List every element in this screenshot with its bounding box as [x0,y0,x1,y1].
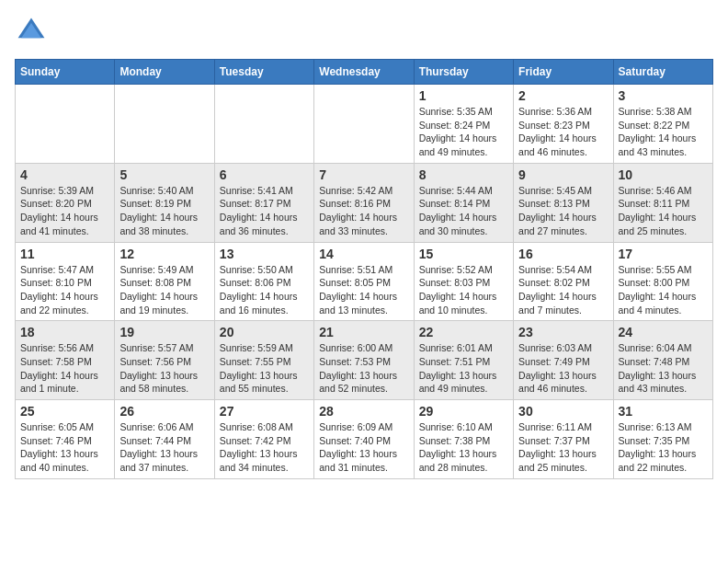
day-info: Sunrise: 5:39 AM Sunset: 8:20 PM Dayligh… [20,184,109,238]
day-info: Sunrise: 5:57 AM Sunset: 7:56 PM Dayligh… [119,341,209,396]
day-number: 10 [619,167,708,182]
day-info: Sunrise: 6:06 AM Sunset: 7:44 PM Dayligh… [119,420,209,475]
calendar-day-cell: 6Sunrise: 5:41 AM Sunset: 8:17 PM Daylig… [214,163,313,242]
day-number: 22 [419,325,508,339]
calendar-day-cell: 18Sunrise: 5:56 AM Sunset: 7:58 PM Dayli… [16,321,115,400]
calendar-day-cell: 22Sunrise: 6:01 AM Sunset: 7:51 PM Dayli… [414,321,513,400]
logo [15,15,51,48]
day-info: Sunrise: 6:01 AM Sunset: 7:51 PM Dayligh… [419,341,508,396]
logo-icon [15,15,48,48]
day-info: Sunrise: 5:41 AM Sunset: 8:17 PM Dayligh… [220,184,309,238]
day-number: 15 [419,247,508,261]
day-number: 25 [20,404,109,419]
calendar-week-row: 18Sunrise: 5:56 AM Sunset: 7:58 PM Dayli… [16,321,713,400]
day-info: Sunrise: 5:47 AM Sunset: 8:10 PM Dayligh… [20,263,109,317]
day-info: Sunrise: 5:45 AM Sunset: 8:13 PM Dayligh… [518,184,608,238]
day-number: 8 [419,167,508,182]
calendar-day-cell: 16Sunrise: 5:54 AM Sunset: 8:02 PM Dayli… [514,242,613,321]
calendar-day-cell [16,85,115,164]
calendar-day-cell: 23Sunrise: 6:03 AM Sunset: 7:49 PM Dayli… [514,321,613,400]
day-info: Sunrise: 5:46 AM Sunset: 8:11 PM Dayligh… [619,184,708,238]
calendar-day-cell [214,85,313,164]
day-number: 2 [518,88,608,103]
calendar-week-row: 1Sunrise: 5:35 AM Sunset: 8:24 PM Daylig… [16,85,713,164]
day-info: Sunrise: 6:00 AM Sunset: 7:53 PM Dayligh… [319,341,408,396]
day-number: 23 [518,325,608,339]
calendar-day-cell: 5Sunrise: 5:40 AM Sunset: 8:19 PM Daylig… [115,163,214,242]
calendar-header-row: SundayMondayTuesdayWednesdayThursdayFrid… [16,60,713,85]
day-info: Sunrise: 5:54 AM Sunset: 8:02 PM Dayligh… [518,263,608,317]
calendar-week-row: 25Sunrise: 6:05 AM Sunset: 7:46 PM Dayli… [16,400,713,479]
calendar-day-cell: 17Sunrise: 5:55 AM Sunset: 8:00 PM Dayli… [613,242,712,321]
day-info: Sunrise: 6:08 AM Sunset: 7:42 PM Dayligh… [220,420,309,475]
calendar-day-cell: 7Sunrise: 5:42 AM Sunset: 8:16 PM Daylig… [314,163,414,242]
calendar-day-cell: 9Sunrise: 5:45 AM Sunset: 8:13 PM Daylig… [514,163,613,242]
day-info: Sunrise: 5:38 AM Sunset: 8:22 PM Dayligh… [619,105,708,159]
calendar-day-cell: 4Sunrise: 5:39 AM Sunset: 8:20 PM Daylig… [16,163,115,242]
page-header [15,15,713,48]
day-number: 4 [20,167,109,182]
calendar-header-saturday: Saturday [613,60,712,85]
calendar-day-cell: 29Sunrise: 6:10 AM Sunset: 7:38 PM Dayli… [414,400,513,479]
day-info: Sunrise: 5:49 AM Sunset: 8:08 PM Dayligh… [119,263,209,317]
day-info: Sunrise: 6:03 AM Sunset: 7:49 PM Dayligh… [518,341,608,396]
calendar-header-tuesday: Tuesday [214,60,313,85]
day-number: 26 [119,404,209,419]
calendar-table: SundayMondayTuesdayWednesdayThursdayFrid… [15,59,713,479]
day-number: 20 [220,325,309,339]
calendar-day-cell: 24Sunrise: 6:04 AM Sunset: 7:48 PM Dayli… [613,321,712,400]
calendar-header-monday: Monday [115,60,214,85]
calendar-week-row: 4Sunrise: 5:39 AM Sunset: 8:20 PM Daylig… [16,163,713,242]
day-number: 14 [319,247,408,261]
day-number: 17 [619,247,708,261]
calendar-day-cell: 31Sunrise: 6:13 AM Sunset: 7:35 PM Dayli… [613,400,712,479]
calendar-day-cell: 21Sunrise: 6:00 AM Sunset: 7:53 PM Dayli… [314,321,414,400]
day-info: Sunrise: 5:52 AM Sunset: 8:03 PM Dayligh… [419,263,508,317]
calendar-header-friday: Friday [514,60,613,85]
calendar-header-wednesday: Wednesday [314,60,414,85]
calendar-day-cell: 11Sunrise: 5:47 AM Sunset: 8:10 PM Dayli… [16,242,115,321]
calendar-header-sunday: Sunday [16,60,115,85]
calendar-day-cell: 3Sunrise: 5:38 AM Sunset: 8:22 PM Daylig… [613,85,712,164]
day-info: Sunrise: 6:05 AM Sunset: 7:46 PM Dayligh… [20,420,109,475]
day-number: 24 [619,325,708,339]
day-info: Sunrise: 5:50 AM Sunset: 8:06 PM Dayligh… [220,263,309,317]
day-number: 5 [119,167,209,182]
calendar-header-thursday: Thursday [414,60,513,85]
day-info: Sunrise: 5:56 AM Sunset: 7:58 PM Dayligh… [20,341,109,396]
day-info: Sunrise: 5:42 AM Sunset: 8:16 PM Dayligh… [319,184,408,238]
day-info: Sunrise: 6:13 AM Sunset: 7:35 PM Dayligh… [619,420,708,475]
day-info: Sunrise: 6:09 AM Sunset: 7:40 PM Dayligh… [319,420,408,475]
calendar-day-cell: 8Sunrise: 5:44 AM Sunset: 8:14 PM Daylig… [414,163,513,242]
calendar-week-row: 11Sunrise: 5:47 AM Sunset: 8:10 PM Dayli… [16,242,713,321]
calendar-day-cell: 26Sunrise: 6:06 AM Sunset: 7:44 PM Dayli… [115,400,214,479]
day-number: 30 [518,404,608,419]
day-number: 31 [619,404,708,419]
day-info: Sunrise: 6:10 AM Sunset: 7:38 PM Dayligh… [419,420,508,475]
day-number: 6 [220,167,309,182]
calendar-day-cell [115,85,214,164]
calendar-day-cell: 27Sunrise: 6:08 AM Sunset: 7:42 PM Dayli… [214,400,313,479]
calendar-day-cell: 10Sunrise: 5:46 AM Sunset: 8:11 PM Dayli… [613,163,712,242]
calendar-day-cell: 12Sunrise: 5:49 AM Sunset: 8:08 PM Dayli… [115,242,214,321]
calendar-day-cell: 20Sunrise: 5:59 AM Sunset: 7:55 PM Dayli… [214,321,313,400]
calendar-day-cell: 30Sunrise: 6:11 AM Sunset: 7:37 PM Dayli… [514,400,613,479]
day-number: 1 [419,88,508,103]
day-number: 16 [518,247,608,261]
calendar-day-cell: 28Sunrise: 6:09 AM Sunset: 7:40 PM Dayli… [314,400,414,479]
day-number: 28 [319,404,408,419]
day-number: 11 [20,247,109,261]
calendar-day-cell: 25Sunrise: 6:05 AM Sunset: 7:46 PM Dayli… [16,400,115,479]
calendar-day-cell: 14Sunrise: 5:51 AM Sunset: 8:05 PM Dayli… [314,242,414,321]
day-number: 27 [220,404,309,419]
day-info: Sunrise: 6:11 AM Sunset: 7:37 PM Dayligh… [518,420,608,475]
day-number: 21 [319,325,408,339]
calendar-day-cell [314,85,414,164]
day-number: 13 [220,247,309,261]
day-info: Sunrise: 5:35 AM Sunset: 8:24 PM Dayligh… [419,105,508,159]
calendar-day-cell: 2Sunrise: 5:36 AM Sunset: 8:23 PM Daylig… [514,85,613,164]
day-number: 18 [20,325,109,339]
calendar-day-cell: 1Sunrise: 5:35 AM Sunset: 8:24 PM Daylig… [414,85,513,164]
day-info: Sunrise: 5:51 AM Sunset: 8:05 PM Dayligh… [319,263,408,317]
day-info: Sunrise: 5:55 AM Sunset: 8:00 PM Dayligh… [619,263,708,317]
